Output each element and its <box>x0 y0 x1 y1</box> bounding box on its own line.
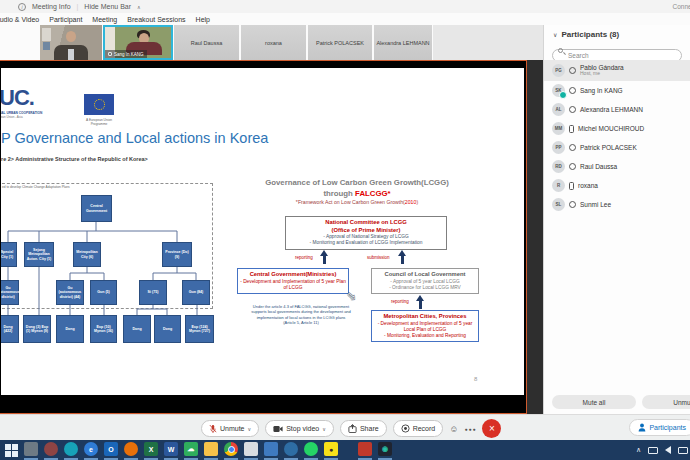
taskbar-app-app-maroon[interactable] <box>44 442 58 456</box>
connection-status: Connected <box>673 3 690 10</box>
tray-display-icon[interactable] <box>648 447 658 454</box>
chevron-down-icon[interactable]: ∨ <box>248 426 252 432</box>
menu-audio-video[interactable]: Audio & Video <box>0 16 39 23</box>
menu-meeting[interactable]: Meeting <box>92 16 117 23</box>
participant-row[interactable]: R roxana <box>544 176 690 195</box>
mute-all-button[interactable]: Mute all <box>552 395 636 409</box>
participant-row[interactable]: SL Sunmi Lee <box>544 195 690 214</box>
taskbar-app-chrome[interactable] <box>224 442 238 456</box>
chevron-up-icon[interactable]: ∧ <box>137 4 141 10</box>
taskbar-app-webex[interactable]: ◉ <box>378 442 392 456</box>
participant-row[interactable]: PG Pablo GándaraHost, me <box>544 60 690 81</box>
tile-name: Patrick POLACSEK <box>316 40 364 46</box>
shared-screen-region: UC. NAL URBAN COOPERATION pean Union - A… <box>0 60 527 414</box>
unmute-label: Unmute <box>220 425 245 432</box>
name-tile[interactable]: Raul Daussa <box>174 25 239 60</box>
taskbar-app-outlook[interactable]: O <box>104 442 118 456</box>
chevron-down-icon[interactable]: ∨ <box>553 31 557 38</box>
info-icon[interactable]: i <box>18 3 26 11</box>
record-button[interactable]: Record <box>393 420 444 437</box>
central-government-box: Central Government(Ministries) - Develop… <box>237 268 349 294</box>
avatar: PG <box>552 64 565 77</box>
participant-name: Sunmi Lee <box>580 201 611 208</box>
share-button[interactable]: Share <box>340 420 387 437</box>
video-tile-camera-1[interactable] <box>40 25 102 60</box>
taskbar-app-app-gray[interactable] <box>24 442 38 456</box>
more-options-icon[interactable]: ●●● <box>464 426 476 432</box>
menu-breakout-sessions[interactable]: Breakout Sessions <box>127 16 185 23</box>
search-icon <box>558 48 563 53</box>
taskbar-app-excel[interactable]: X <box>144 442 158 456</box>
org-box-gun-1: Gun (5) <box>90 280 117 305</box>
participants-label: Participants <box>649 424 686 431</box>
start-button[interactable] <box>5 444 18 457</box>
org-box-dong-4: Dong <box>154 315 181 343</box>
eu-flag-logo <box>84 94 114 115</box>
box-bullet: - Monitoring and Evaluation of LCGG Impl… <box>287 240 445 246</box>
eu-caption-line: Programme <box>81 122 117 126</box>
leave-meeting-button[interactable]: × <box>482 419 501 438</box>
name-tile[interactable]: Patrick POLACSEK <box>308 25 372 60</box>
participant-row[interactable]: SK Sang In KANG <box>544 81 690 100</box>
stop-video-button[interactable]: Stop video ∨ <box>265 420 334 437</box>
governance-title-line3: *Framework Act on Low Carbon Green Growt… <box>257 199 457 206</box>
box-bullet: - Monitoring, Evaluation and Reporting <box>373 333 477 339</box>
windows-taskbar: e O X W ☁ ● ◉ <box>0 440 690 460</box>
menu-help[interactable]: Help <box>196 16 210 23</box>
tray-chevron-up-icon[interactable]: ∧ <box>636 446 641 454</box>
name-tile[interactable]: Alexandra LEHMANN <box>374 25 432 60</box>
taskbar-app-app-light[interactable] <box>244 442 258 456</box>
taskbar-app-cloud-app[interactable]: ☁ <box>184 442 198 456</box>
taskbar-app-whatsapp[interactable] <box>304 442 318 456</box>
box-title: Council of Local Government <box>373 271 477 279</box>
avatar: RD <box>552 160 565 173</box>
act-suffix: ) <box>416 199 418 205</box>
falcgg-label: FALCGG* <box>355 189 391 198</box>
participant-row[interactable]: AL Alexandra LEHMANN <box>544 100 690 119</box>
taskbar-app-app-globe[interactable] <box>284 442 298 456</box>
tile-name: Alexandra LEHMANN <box>376 40 429 46</box>
taskbar-app-app-teal[interactable] <box>64 442 78 456</box>
taskbar-app-app-red[interactable] <box>358 442 372 456</box>
org-box-dong-1: Dong (422) <box>1 315 19 343</box>
org-box-special-city: Special City (1) <box>1 242 17 267</box>
eu-stars-icon <box>94 99 105 110</box>
org-box-sejong: Sejong Metropolitan Auton. City (1) <box>24 242 54 267</box>
unmute-button[interactable]: Unmute ∨ <box>201 420 259 437</box>
taskbar-app-file-explorer[interactable] <box>204 442 218 456</box>
taskbar-app-word[interactable]: W <box>164 442 178 456</box>
menu-participant[interactable]: Participant <box>49 16 82 23</box>
divider: | <box>77 3 79 10</box>
background-poster <box>43 42 50 50</box>
chevron-down-icon[interactable]: ∨ <box>322 426 326 432</box>
taskbar-app-edge[interactable]: e <box>84 442 98 456</box>
unmute-me-button[interactable]: Unmute me <box>642 395 690 409</box>
person-head <box>66 31 76 42</box>
submission-label: submission <box>367 255 390 260</box>
participants-header: ∨ Participants (8) <box>553 30 619 39</box>
taskbar-app-kakaotalk[interactable]: ● <box>324 442 338 456</box>
metropolitan-box: Metropolitan Cities, Provinces - Develop… <box>371 310 479 342</box>
meeting-info-label[interactable]: Meeting Info <box>32 3 71 10</box>
window-background <box>527 60 543 414</box>
participant-row[interactable]: RD Raul Daussa <box>544 157 690 176</box>
hide-menu-bar-label[interactable]: Hide Menu Bar <box>84 3 131 10</box>
taskbar-app-app-blue[interactable] <box>264 442 278 456</box>
meeting-window: i Meeting Info | Hide Menu Bar ∧ Connect… <box>0 0 690 460</box>
audio-status-icon <box>569 201 576 208</box>
name-tile[interactable]: roxana <box>241 25 306 60</box>
participant-row[interactable]: PP Patrick POLACSEK <box>544 138 690 157</box>
participant-row[interactable]: MM Michel MOUCHIROUD <box>544 119 690 138</box>
box-bullet: - Ordinance for Local LCGG MRV <box>373 285 477 291</box>
phone-icon <box>569 125 574 133</box>
person-shirt <box>68 49 74 60</box>
taskbar-app-firefox[interactable] <box>124 442 138 456</box>
participants-toggle-button[interactable]: Participants <box>629 419 690 436</box>
tray-volume-icon[interactable] <box>665 446 671 454</box>
video-tile-active-speaker[interactable]: Sang In KANG <box>103 25 173 60</box>
org-box-province: Province (Do) (9) <box>162 242 192 267</box>
tray-extra-icon[interactable] <box>678 447 688 454</box>
background-poster <box>42 28 51 41</box>
reactions-icon[interactable]: ☺ <box>449 424 458 434</box>
record-icon <box>401 424 410 433</box>
